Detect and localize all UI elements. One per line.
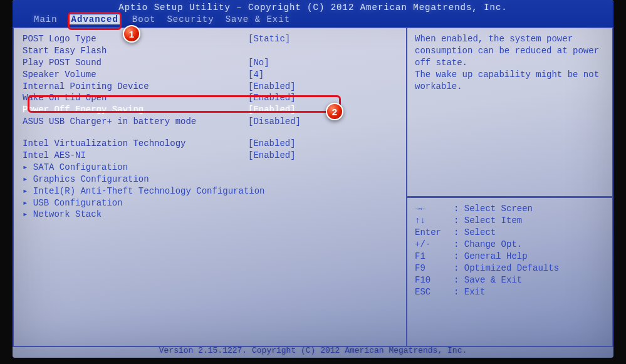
setting-speaker-volume[interactable]: Speaker Volume [4] [23, 69, 397, 81]
submenu-label: ▸ Intel(R) Anti-Theft Technology Configu… [23, 185, 248, 197]
setting-label: Wake On Lid Open [23, 92, 248, 104]
setting-value: [No] [248, 57, 269, 69]
submenu-network-stack[interactable]: ▸ Network Stack [23, 209, 397, 221]
setting-asus-usb-charger[interactable]: ASUS USB Charger+ in battery mode [Disab… [23, 116, 397, 128]
submenu-label: ▸ Graphics Configuration [23, 174, 248, 185]
key-general-help: F1: General Help [415, 251, 605, 263]
key-select-item: ↑↓: Select Item [415, 215, 605, 227]
setting-intel-vt[interactable]: Intel Virtualization Technology [Enabled… [23, 138, 397, 150]
key-optimized-defaults: F9: Optimized Defaults [415, 263, 605, 274]
submenu-graphics-config[interactable]: ▸ Graphics Configuration [23, 174, 397, 185]
submenu-anti-theft-config[interactable]: ▸ Intel(R) Anti-Theft Technology Configu… [23, 185, 397, 197]
setting-label: Speaker Volume [23, 69, 248, 81]
header-bar: Aptio Setup Utility – Copyright (C) 2012… [13, 0, 613, 27]
submenu-usb-config[interactable]: ▸ USB Configuration [23, 197, 397, 209]
tab-save-exit[interactable]: Save & Exit [226, 14, 290, 24]
tab-boot[interactable]: Boot [132, 14, 156, 24]
setting-label: Internal Pointing Device [23, 81, 248, 93]
tab-strip: Main Advanced Boot Security Save & Exit [19, 14, 607, 26]
setting-value: [Enabled] [248, 104, 296, 116]
spacer [23, 128, 397, 138]
setting-label: Power Off Energy Saving [23, 104, 248, 116]
setting-internal-pointing-device[interactable]: Internal Pointing Device [Enabled] [23, 81, 397, 93]
key-save-exit: F10: Save & Exit [415, 274, 605, 286]
key-select: Enter: Select [415, 227, 605, 239]
key-exit: ESC: Exit [415, 286, 605, 298]
bios-screen: Aptio Setup Utility – Copyright (C) 2012… [13, 0, 613, 358]
utility-title: Aptio Setup Utility – Copyright (C) 2012… [19, 1, 607, 14]
tab-advanced[interactable]: Advanced [69, 14, 121, 24]
setting-label: Intel Virtualization Technology [23, 138, 248, 150]
right-column: When enabled, the system power consumpti… [407, 27, 613, 347]
setting-label: Play POST Sound [23, 57, 248, 69]
setting-post-logo-type[interactable]: POST Logo Type [Static] [23, 33, 397, 45]
setting-value: [4] [248, 69, 264, 81]
setting-wake-on-lid-open[interactable]: Wake On Lid Open [Enabled] [23, 92, 397, 104]
submenu-label: ▸ SATA Configuration [23, 162, 248, 174]
setting-value: [Disabled] [248, 116, 301, 128]
submenu-sata-config[interactable]: ▸ SATA Configuration [23, 162, 397, 174]
tab-main[interactable]: Main [34, 14, 58, 24]
setting-value: [Enabled] [248, 81, 296, 93]
setting-label: Intel AES-NI [23, 150, 248, 162]
setting-play-post-sound[interactable]: Play POST Sound [No] [23, 57, 397, 69]
key-change-opt: +/-: Change Opt. [415, 239, 605, 251]
main-grid: POST Logo Type [Static] Start Easy Flash… [13, 27, 613, 347]
help-text: When enabled, the system power consumpti… [415, 33, 605, 92]
setting-label: ASUS USB Charger+ in battery mode [23, 116, 248, 128]
setting-value: [Enabled] [248, 92, 296, 104]
setting-start-easy-flash[interactable]: Start Easy Flash [23, 45, 397, 57]
key-legend: →←: Select Screen ↑↓: Select Item Enter:… [407, 197, 613, 347]
key-select-screen: →←: Select Screen [415, 203, 605, 215]
submenu-label: ▸ Network Stack [23, 209, 248, 221]
setting-value: [Enabled] [248, 150, 296, 162]
settings-pane: POST Logo Type [Static] Start Easy Flash… [13, 27, 407, 347]
footer-copyright: Version 2.15.1227. Copyright (C) 2012 Am… [13, 346, 613, 355]
setting-label: Start Easy Flash [23, 45, 248, 57]
submenu-label: ▸ USB Configuration [23, 197, 248, 209]
setting-value: [Enabled] [248, 138, 296, 150]
setting-intel-aes-ni[interactable]: Intel AES-NI [Enabled] [23, 150, 397, 162]
setting-value: [Static] [248, 33, 290, 45]
help-pane: When enabled, the system power consumpti… [407, 27, 613, 197]
setting-power-off-energy-saving[interactable]: Power Off Energy Saving [Enabled] [23, 104, 397, 116]
setting-label: POST Logo Type [23, 33, 248, 45]
tab-security[interactable]: Security [167, 14, 214, 24]
